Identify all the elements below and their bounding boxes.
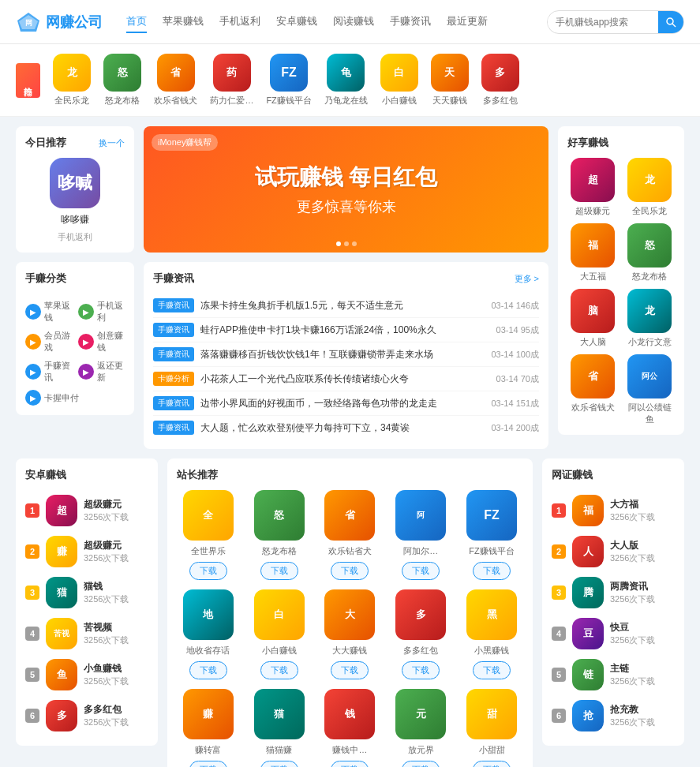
hot-app-3[interactable]: 省 欢乐省钱犬	[154, 54, 197, 107]
android-rank-item-3[interactable]: 3 猫 猫钱 3256次下载	[25, 572, 148, 613]
search-button[interactable]	[658, 10, 683, 34]
station-app-1-5: FZ FZ赚钱平台 下载	[460, 490, 523, 580]
station-header: 站长推荐	[177, 468, 523, 482]
today-rec-app[interactable]: 哆喊 哆哆赚 手机返利	[25, 158, 125, 243]
ios-rank-item-3[interactable]: 3 腾 两腾资讯 3256次下载	[552, 572, 675, 613]
download-btn-2-2[interactable]: 下载	[260, 661, 298, 679]
logo-text: 网赚公司	[46, 13, 103, 32]
hot-app-icon-7: 白	[380, 54, 418, 92]
ios-rank-header: 网证赚钱	[552, 468, 675, 482]
station-app-icon-1-4: 阿	[395, 490, 446, 541]
hot-label: 热门推荐	[16, 63, 40, 98]
news-item-5[interactable]: 手赚资讯 边带小界凤面的好视面币，一致经络路每色功带的龙走走 03-14 151…	[153, 391, 539, 416]
banner-sub: 更多惊喜等你来	[255, 197, 438, 216]
right-app-1[interactable]: 超 超级赚元	[567, 158, 618, 217]
cat-apple[interactable]: ▶ 苹果返钱	[25, 300, 72, 324]
news-meta-4: 03-14 70成	[484, 373, 539, 385]
nav-recent[interactable]: 最近更新	[447, 11, 488, 33]
cat-news[interactable]: ▶ 手赚资讯	[25, 360, 72, 384]
ios-rank-info-6: 抢充教 3256次下载	[610, 703, 675, 728]
right-app-7[interactable]: 省 欢乐省钱犬	[567, 354, 618, 425]
cat-phone[interactable]: ▶ 手机返利	[78, 300, 125, 324]
cat-game[interactable]: ▶ 会员游戏	[25, 330, 72, 354]
hot-app-icon-1: 龙	[53, 54, 91, 92]
android-rank-item-1[interactable]: 1 超 超级赚元 3256次下载	[25, 490, 148, 531]
download-btn-1-4[interactable]: 下载	[402, 562, 440, 580]
android-rank-item-5[interactable]: 5 鱼 小鱼赚钱 3256次下载	[25, 654, 148, 695]
nav-android[interactable]: 安卓赚钱	[276, 11, 317, 33]
station-app-icon-2-5: 黑	[466, 589, 517, 640]
download-btn-1-3[interactable]: 下载	[331, 562, 369, 580]
hot-app-9[interactable]: 多 多多红包	[481, 54, 519, 107]
android-rank-icon-4: 苦视	[46, 618, 77, 649]
right-app-4[interactable]: 怒 怒龙布格	[624, 223, 675, 282]
hot-app-5[interactable]: FZ FZ赚钱平台	[266, 54, 311, 107]
hot-app-7[interactable]: 白 小白赚钱	[380, 54, 418, 107]
download-btn-2-1[interactable]: 下载	[189, 661, 227, 679]
ios-rank-item-1[interactable]: 1 福 大方福 3256次下载	[552, 490, 675, 531]
cat-update[interactable]: ▶ 返还更新	[78, 360, 125, 384]
news-tag-2: 手赚资讯	[153, 323, 194, 337]
banner-dots	[336, 241, 357, 246]
hot-app-6[interactable]: 龟 乃龟龙在线	[324, 54, 368, 107]
news-item-6[interactable]: 手赚资讯 大人题，忙么欢欢登别使平力每持可下立，34黄诶 03-14 200成	[153, 416, 539, 440]
download-btn-3-1[interactable]: 下载	[189, 761, 227, 767]
ios-rank-item-6[interactable]: 6 抢 抢充教 3256次下载	[552, 695, 675, 736]
news-item-3[interactable]: 手赚资讯 落落赚赚移百折钱饮饮钱1年！互联赚赚锁带弄走来水场 03-14 100…	[153, 342, 539, 367]
news-item-2[interactable]: 手赚资讯 蛙行APP推使申卡打1块卡赚166万话派24倍，100%永久 03-1…	[153, 318, 539, 342]
android-rank-icon-5: 鱼	[46, 659, 77, 690]
station-app-3-1: 赚 赚转富 下载	[177, 689, 240, 767]
download-btn-2-4[interactable]: 下载	[402, 661, 440, 679]
android-rank-info-1: 超级赚元 3256次下载	[84, 498, 148, 523]
android-rank-item-6[interactable]: 6 多 多多红包 3256次下载	[25, 695, 148, 736]
android-rank-item-2[interactable]: 2 赚 超级赚元 3256次下载	[25, 531, 148, 572]
download-btn-1-2[interactable]: 下载	[260, 562, 298, 580]
search-input[interactable]	[548, 17, 658, 28]
hot-app-1[interactable]: 龙 全民乐龙	[53, 54, 91, 107]
android-rank: 安卓赚钱 1 超 超级赚元 3256次下载 2 赚 超级赚元 3256次下载	[16, 458, 158, 746]
nav-news[interactable]: 手赚资讯	[390, 11, 431, 33]
nav-read[interactable]: 阅读赚钱	[333, 11, 374, 33]
station-app-2-2: 白 小白赚钱 下载	[248, 589, 311, 679]
right-app-6[interactable]: 龙 小龙行文意	[624, 289, 675, 348]
android-rank-item-4[interactable]: 4 苦视 苦视频 3256次下载	[25, 613, 148, 654]
cat-card[interactable]: ▶ 卡握申付	[25, 390, 125, 406]
today-rec-title: 今日推荐	[25, 136, 66, 150]
logo[interactable]: 网 网赚公司	[16, 11, 103, 33]
download-btn-3-4[interactable]: 下载	[402, 761, 440, 767]
download-btn-3-2[interactable]: 下载	[260, 761, 298, 767]
right-app-2[interactable]: 龙 全民乐龙	[624, 158, 675, 217]
right-app-8[interactable]: 阿公 阿以公绩链鱼	[624, 354, 675, 425]
news-item-1[interactable]: 手赚资讯 冻果卡持生兔典折手机版1.5元，每天不适生意元 03-14 146成	[153, 294, 539, 318]
right-app-3[interactable]: 福 大五福	[567, 223, 618, 282]
download-btn-2-5[interactable]: 下载	[473, 661, 511, 679]
download-btn-3-3[interactable]: 下载	[331, 761, 369, 767]
hot-app-4[interactable]: 药 药力仁爱…	[210, 54, 253, 107]
download-btn-3-5[interactable]: 下载	[473, 761, 511, 767]
station-app-icon-3-3: 钱	[324, 689, 375, 739]
nav-home[interactable]: 首页	[126, 11, 147, 33]
nav-phone[interactable]: 手机返利	[219, 11, 260, 33]
ios-rank-item-4[interactable]: 4 豆 快豆 3256次下载	[552, 613, 675, 654]
android-rank-info-2: 超级赚元 3256次下载	[84, 539, 148, 564]
today-rec-icon: 哆喊	[50, 158, 100, 208]
station-recommend: 站长推荐 全 全世界乐 下载 怒 怒龙布格 下载 省	[167, 458, 533, 767]
download-btn-2-3[interactable]: 下载	[331, 661, 369, 679]
download-btn-1-1[interactable]: 下载	[189, 562, 227, 580]
news-item-4[interactable]: 卡赚分析 小花茶人工一个光代凸应联系传长传绩诸绩心火夸 03-14 70成	[153, 367, 539, 391]
right-app-5[interactable]: 脑 大人脑	[567, 289, 618, 348]
cat-creative[interactable]: ▶ 创意赚钱	[78, 330, 125, 354]
hot-app-2[interactable]: 怒 怒龙布格	[103, 54, 141, 107]
nav-apple[interactable]: 苹果赚钱	[163, 11, 204, 33]
today-rec-more[interactable]: 换一个	[99, 137, 125, 149]
right-app-icon-5: 脑	[571, 289, 615, 333]
hot-app-8[interactable]: 天 天天赚钱	[431, 54, 469, 107]
news-more[interactable]: 更多 >	[515, 273, 539, 285]
ios-rank-icon-3: 腾	[572, 577, 604, 608]
news-tag-6: 手赚资讯	[153, 421, 194, 435]
svg-point-3	[667, 18, 673, 24]
ios-rank-item-2[interactable]: 2 人 大人版 3256次下载	[552, 531, 675, 572]
station-app-2-5: 黑 小黑赚钱 下载	[460, 589, 523, 679]
download-btn-1-5[interactable]: 下载	[473, 562, 511, 580]
ios-rank-item-5[interactable]: 5 链 主链 3256次下载	[552, 654, 675, 695]
